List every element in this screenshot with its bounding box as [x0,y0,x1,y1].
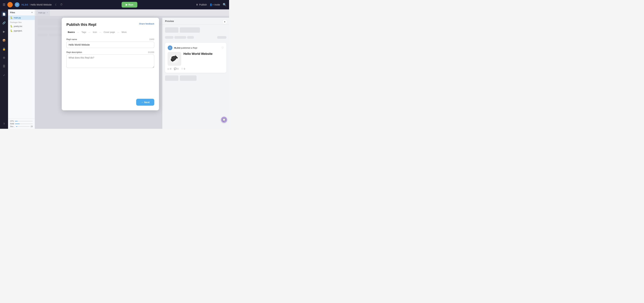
likes-count: 0 [184,68,185,70]
sidebar-files-icon[interactable]: 📄 [1,12,7,17]
file-name-pyproject: pyproject. [14,30,22,32]
step-sep-1: — [77,31,79,33]
likes-icon: ♡ [181,68,183,70]
chat-button[interactable]: 💬 [221,117,227,123]
sidebar-settings-icon[interactable]: ⚙ [1,55,7,60]
cpu-bar [15,121,33,122]
sidebar-packages-icon[interactable]: 📦 [1,38,7,43]
main-layout: 📄 🔗 ▶ 📦 🔒 ⚙ 🗄 ✓ ? Files + 🐍 main.py Pack… [0,10,229,129]
preview-sk-4 [174,36,186,39]
preview-card-heart-icon[interactable]: ♡ [221,46,224,50]
preview-card-text: Hello World Website [184,52,212,56]
preview-sk-2 [180,27,200,33]
step-cover[interactable]: Cover page [102,30,116,34]
python-file-icon-2: 🐍 [10,25,13,28]
file-item-main[interactable]: 🐍 main.py [8,16,35,20]
preview-sk-1 [165,27,178,33]
repl-desc-label-row: Repl description 0/1000 [66,51,154,54]
preview-panel: Preview ✕ H [162,18,229,129]
repl-name-input[interactable] [66,42,154,48]
sidebar-check-icon[interactable]: ✓ [1,72,7,78]
panel-close-button[interactable]: ✕ [222,20,227,24]
repl-name-field: Repl name 19/60 [66,38,154,48]
sidebar-git-icon[interactable]: 🔗 [1,20,7,26]
runs-count: 0 [170,68,171,70]
preview-card-avatar: H [168,46,172,50]
step-sep-3: — [99,31,101,33]
sidebar-help-icon[interactable]: ? [1,122,7,127]
preview-stat-comments: 💬 0 [174,68,178,70]
breadcrumb-separator: / [29,3,30,6]
preview-card-footer: ▷ 0 💬 0 ♡ 0 [168,68,224,70]
step-tags[interactable]: Tags [80,30,88,34]
preview-card: H HL3rd published a Repl ♡ [165,43,226,73]
modal-title: Publish this Repl [66,22,96,27]
repl-name-label-row: Repl name 19/60 [66,38,154,40]
sidebar-run-icon[interactable]: ▶ [1,29,7,34]
step-icon[interactable]: Icon [92,30,98,34]
modal-footer: → Next [66,99,154,106]
repl-name-counter: 19/60 [149,38,154,40]
file-panel-header: Files + [8,10,35,16]
history-icon[interactable]: ⏱ [60,3,63,6]
sidebar-secrets-icon[interactable]: 🔒 [1,46,7,52]
topbar-right: ⬆ Publish 👤+ Invite 🔍 [196,3,226,6]
file-item-pyproject[interactable]: 🐍 pyproject. [8,28,35,33]
topbar-icons: ☾ ⏱ [55,3,63,6]
preview-card-header: H HL3rd published a Repl ♡ [168,46,224,50]
python-file-icon-3: 🐍 [10,30,13,32]
stor-resource-row: Stor... 23 [10,126,33,128]
app-logo [8,2,13,8]
preview-panel-header: Preview [162,18,229,25]
breadcrumb-username[interactable]: HL3rd [22,3,28,6]
breadcrumb-project[interactable]: Hello World Website [30,3,52,6]
publish-button[interactable]: ⬆ Publish [196,3,207,6]
step-cover-label: Cover page [104,31,115,33]
files-title: Files [10,11,15,14]
icon-sidebar: 📄 🔗 ▶ 📦 🔒 ⚙ 🗄 ✓ ? [0,10,8,129]
stor-label: Stor... [10,126,15,128]
repl-desc-textarea[interactable] [66,54,154,68]
file-list: 🐍 main.py Packager files 🐍 poetry.loc 🐍 … [8,16,35,118]
preview-card-user: HL3rd published a Repl [174,46,197,49]
preview-card-thumbnail [168,52,181,66]
hamburger-icon[interactable]: ☰ [3,3,5,6]
ram-resource-row: RAM [10,123,33,125]
preview-skeleton-bottom [165,76,226,82]
preview-sk-8 [180,76,196,81]
repl-name-label: Repl name [66,38,77,40]
new-file-icon[interactable]: + [31,11,33,14]
preview-content: H HL3rd published a Repl ♡ [162,25,229,85]
preview-sk-6 [217,36,226,39]
invite-button[interactable]: 👤+ Invite [210,3,220,6]
preview-card-title: Hello World Website [184,52,212,56]
step-sep-2: — [88,31,90,33]
packager-section-label: Packager files [8,20,35,24]
step-tags-label: Tags [82,31,86,33]
run-button[interactable]: ▶ Run [122,2,137,8]
publish-label: Publish [199,3,207,6]
modal-header: Publish this Repl Share feedback [66,22,154,27]
file-item-poetry[interactable]: 🐍 poetry.loc [8,24,35,28]
step-basics[interactable]: Basics [66,30,76,34]
line-number: 23 [31,126,33,128]
comments-icon: 💬 [174,68,176,70]
steps-nav: Basics — Tags — Icon — Cover page — More [66,30,154,34]
runs-icon: ▷ [168,68,170,70]
file-name-poetry: poetry.loc [14,25,22,28]
cpu-label: CPU [10,120,14,122]
publish-modal: Publish this Repl Share feedback Basics … [62,18,159,110]
sidebar-database-icon[interactable]: 🗄 [1,64,7,69]
breadcrumb: HL3rd / Hello World Website [22,3,52,6]
invite-icon: 👤+ [210,3,214,6]
search-icon[interactable]: 🔍 [223,3,226,6]
next-button[interactable]: → Next [136,99,154,106]
preview-skeleton-mid [165,36,226,40]
comments-count: 0 [177,68,178,70]
step-more[interactable]: More [120,30,128,34]
share-feedback-link[interactable]: Share feedback [139,22,154,25]
moon-icon[interactable]: ☾ [55,3,57,6]
ram-bar [15,124,33,124]
file-panel-bottom: CPU RAM Stor... 23 [8,118,35,129]
user-avatar[interactable]: H [15,2,20,7]
